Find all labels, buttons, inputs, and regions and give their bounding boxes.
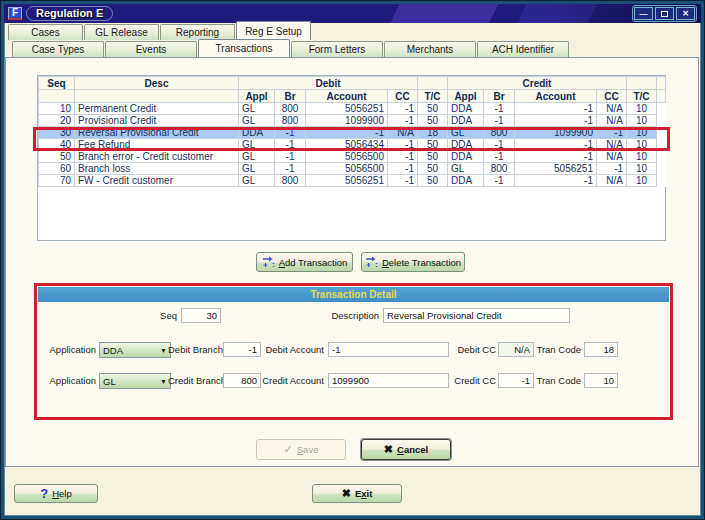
col-header-credit-tc[interactable]: T/C [627,90,657,103]
cell-desc: Reversal Provisional Credit [75,127,239,139]
cancel-label: Cancel [397,444,428,455]
cancel-button[interactable]: ✖ Cancel [361,439,451,460]
debit-tran-code-label: Tran Code [533,342,581,357]
table-row[interactable]: 10 Permanent Credit GL 800 5056251 -1 50… [39,103,666,115]
col-header-filler [657,90,666,103]
tab-merchants[interactable]: Merchants [384,41,476,57]
debit-application-select[interactable]: DDA ▼ [99,342,171,358]
col-header-desc[interactable]: Desc [75,77,239,90]
credit-branch-label: Credit Branch [168,373,218,388]
cell-credit-account: -1 [515,139,597,151]
cell-debit-tc: 18 [418,127,448,139]
add-transaction-button[interactable]: Add Transaction [256,252,353,272]
col-header-debit-tc[interactable]: T/C [418,90,448,103]
cell-seq: 50 [39,151,75,163]
help-button[interactable]: ? Help [14,484,98,503]
credit-tran-code-input[interactable] [584,373,618,388]
cell-credit-br: 800 [484,163,515,175]
cell-credit-tc: 10 [627,103,657,115]
col-header-debit-appl[interactable]: Appl [239,90,275,103]
tab-reporting[interactable]: Reporting [160,24,235,40]
tab-case-types[interactable]: Case Types [12,41,104,57]
debit-cc-input[interactable] [498,342,534,357]
cell-debit-br: -1 [275,139,306,151]
col-header-credit-appl[interactable]: Appl [448,90,484,103]
delete-transaction-button[interactable]: Delete Transaction [361,252,465,272]
transactions-table-container: Seq Desc Debit Credit Appl Br Account [37,75,666,241]
cell-credit-appl: DDA [448,175,484,187]
tab-form-letters[interactable]: Form Letters [291,41,383,57]
tab-gl-release[interactable]: GL Release [84,24,159,40]
cell-credit-tc: 10 [627,163,657,175]
seq-input[interactable] [181,308,221,323]
table-row-selected[interactable]: 30 Reversal Provisional Credit DDA -1 -1… [39,127,666,139]
transaction-detail-title: Transaction Detail [38,287,669,302]
close-button[interactable]: ✕ [676,7,695,20]
col-header-debit-cc[interactable]: CC [388,90,418,103]
cell-debit-cc: N/A [388,127,418,139]
col-header-credit-br[interactable]: Br [484,90,515,103]
cell-debit-br: -1 [275,151,306,163]
debit-tran-code-input[interactable] [584,342,618,357]
credit-application-select[interactable]: GL ▼ [99,373,171,389]
cell-credit-br: -1 [484,175,515,187]
cell-credit-account: -1 [515,115,597,127]
tab-transactions[interactable]: Transactions [198,39,290,57]
titlebar: F Regulation E — ✕ [4,4,701,23]
cell-debit-appl: GL [239,139,275,151]
debit-branch-input[interactable] [223,342,261,357]
cell-credit-appl: GL [448,127,484,139]
check-icon: ✓ [284,444,293,455]
cell-debit-account: 5056251 [306,175,388,187]
cell-debit-appl: DDA [239,127,275,139]
credit-branch-input[interactable] [223,373,261,388]
table-row[interactable]: 70 FW - Credit customer GL 800 5056251 -… [39,175,666,187]
cell-seq: 30 [39,127,75,139]
maximize-icon [661,11,668,17]
col-header-seq[interactable]: Seq [39,77,75,90]
exit-button[interactable]: ✖ Exit [312,484,402,503]
description-input[interactable] [383,308,570,323]
tab-events[interactable]: Events [105,41,197,57]
table-row[interactable]: 20 Provisional Credit GL 800 1099900 -1 … [39,115,666,127]
cell-debit-cc: -1 [388,115,418,127]
tab-cases[interactable]: Cases [8,24,83,40]
cell-credit-appl: DDA [448,115,484,127]
cell-debit-br: -1 [275,127,306,139]
debit-cc-label: Debit CC [448,342,496,357]
debit-application-label: Application [48,342,96,357]
col-header-debit-account[interactable]: Account [306,90,388,103]
cell-credit-tc: 10 [627,139,657,151]
transactions-page: Seq Desc Debit Credit Appl Br Account [5,57,699,467]
sub-tab-bar: Case Types Events Transactions Form Lett… [12,41,570,57]
table-row[interactable]: 60 Branch loss GL -1 5056500 -1 50 GL 80… [39,163,666,175]
col-header-credit-cc[interactable]: CC [597,90,627,103]
main-tab-bar: Cases GL Release Reporting Reg E Setup [8,24,312,40]
cell-debit-account: 5056251 [306,103,388,115]
table-header: Seq Desc Debit Credit Appl Br Account [39,77,666,103]
cell-credit-cc: N/A [597,151,627,163]
tab-ach-identifier[interactable]: ACH Identifier [477,41,569,57]
cell-debit-appl: GL [239,103,275,115]
debit-account-input[interactable] [328,342,449,357]
table-row[interactable]: 40 Fee Refund GL -1 5056434 -1 50 DDA -1… [39,139,666,151]
save-label: Save [297,444,319,455]
cell-debit-appl: GL [239,175,275,187]
cell-credit-tc: 10 [627,151,657,163]
tab-reg-e-setup[interactable]: Reg E Setup [236,21,311,40]
maximize-button[interactable] [655,7,674,20]
credit-cc-input[interactable] [498,373,534,388]
credit-account-label: Credit Account [262,373,324,388]
cell-debit-tc: 50 [418,175,448,187]
col-header-debit-br[interactable]: Br [275,90,306,103]
col-header-filler [657,77,666,90]
minimize-button[interactable]: — [634,7,653,20]
x-icon: ✖ [384,444,393,455]
cell-seq: 40 [39,139,75,151]
table-row[interactable]: 50 Branch error - Credit customer GL -1 … [39,151,666,163]
col-header-credit-account[interactable]: Account [515,90,597,103]
cell-desc: FW - Credit customer [75,175,239,187]
credit-account-input[interactable] [328,373,449,388]
cell-credit-cc: N/A [597,103,627,115]
save-button[interactable]: ✓ Save [256,439,346,460]
